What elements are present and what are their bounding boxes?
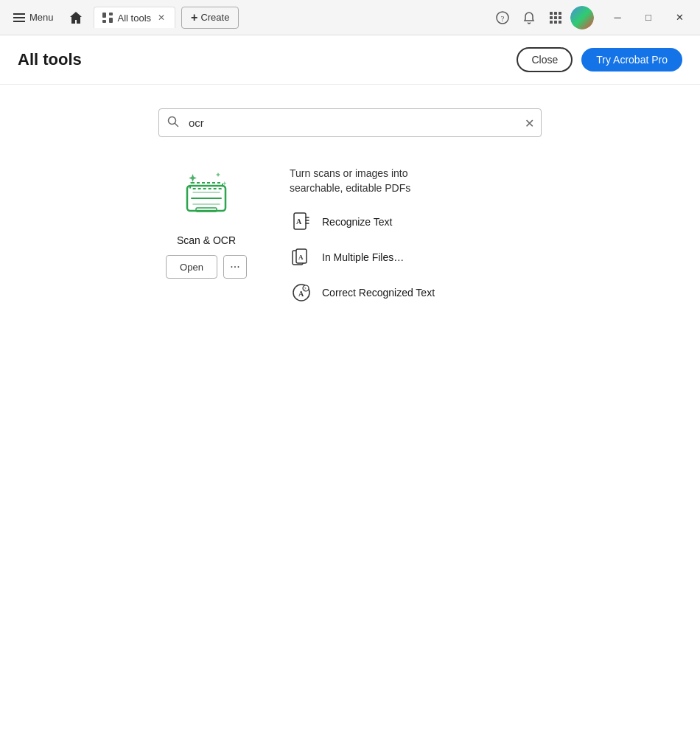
in-multiple-files-icon: A: [290, 245, 313, 269]
hamburger-icon: [13, 13, 25, 22]
search-icon: [167, 116, 179, 130]
search-input[interactable]: [158, 108, 542, 137]
recognize-text-label: Recognize Text: [322, 216, 392, 228]
tool-details: Turn scans or images into searchable, ed…: [290, 167, 542, 304]
plus-icon: +: [191, 11, 197, 24]
scan-ocr-tool-card: Scan & OCR Open ···: [158, 167, 254, 279]
scan-ocr-icon: [177, 167, 236, 226]
page-header: All tools Close Try Acrobat Pro: [0, 35, 700, 85]
tools-tab-icon: [102, 12, 113, 24]
close-button[interactable]: Close: [517, 47, 573, 72]
svg-rect-7: [554, 12, 557, 15]
apps-button[interactable]: [544, 6, 567, 29]
svg-rect-22: [196, 208, 217, 212]
svg-line-16: [175, 123, 178, 126]
window-close-button[interactable]: ✕: [665, 6, 694, 29]
svg-rect-9: [550, 16, 553, 19]
try-acrobat-pro-button[interactable]: Try Acrobat Pro: [581, 48, 682, 71]
svg-rect-10: [554, 16, 557, 19]
titlebar: Menu All tools ✕ + Create ?: [0, 0, 700, 35]
svg-rect-3: [109, 18, 113, 23]
svg-text:A: A: [296, 217, 302, 226]
open-tool-button[interactable]: Open: [166, 255, 217, 279]
ellipsis-icon: ···: [230, 260, 239, 273]
home-icon: [69, 10, 83, 25]
svg-rect-2: [102, 20, 106, 23]
clear-search-button[interactable]: ✕: [525, 116, 534, 130]
avatar: [570, 6, 594, 29]
list-item[interactable]: A ? Correct Recognized Text: [290, 281, 542, 304]
maximize-button[interactable]: □: [634, 6, 663, 29]
svg-rect-8: [559, 12, 561, 15]
svg-rect-13: [554, 21, 557, 24]
recognize-text-icon: A: [290, 210, 313, 234]
home-button[interactable]: [64, 6, 88, 29]
tool-description: Turn scans or images into searchable, ed…: [290, 167, 542, 195]
header-actions: Close Try Acrobat Pro: [517, 47, 682, 72]
result-area: Scan & OCR Open ··· Turn scans or images…: [158, 167, 542, 304]
svg-rect-12: [550, 21, 553, 24]
tool-buttons: Open ···: [166, 255, 247, 279]
tab-label: All tools: [118, 13, 152, 24]
main-content: ✕: [0, 85, 700, 328]
tab-close-button[interactable]: ✕: [155, 12, 167, 24]
svg-rect-14: [559, 21, 561, 24]
apps-icon: [549, 11, 562, 24]
page-title: All tools: [18, 50, 82, 69]
help-button[interactable]: ?: [491, 6, 514, 29]
help-icon: ?: [496, 11, 509, 24]
in-multiple-files-label: In Multiple Files…: [322, 251, 404, 263]
svg-text:?: ?: [501, 14, 505, 23]
bell-icon: [522, 11, 536, 24]
window-controls: ─ □ ✕: [603, 6, 694, 29]
tool-name: Scan & OCR: [177, 234, 236, 246]
more-options-button[interactable]: ···: [223, 255, 247, 279]
search-container: ✕: [158, 108, 542, 137]
titlebar-actions: ?: [491, 6, 594, 29]
action-list: A Recognize Text A In: [290, 210, 542, 304]
svg-text:?: ?: [304, 286, 307, 292]
svg-rect-6: [550, 12, 553, 15]
menu-label: Menu: [29, 12, 54, 23]
all-tools-tab[interactable]: All tools ✕: [94, 7, 176, 28]
list-item[interactable]: A In Multiple Files…: [290, 245, 542, 269]
create-label: Create: [200, 12, 229, 23]
svg-text:A: A: [298, 254, 304, 261]
svg-rect-1: [109, 13, 113, 15]
menu-button[interactable]: Menu: [6, 7, 61, 27]
svg-rect-0: [102, 13, 106, 18]
list-item[interactable]: A Recognize Text: [290, 210, 542, 234]
correct-recognized-text-label: Correct Recognized Text: [322, 287, 435, 299]
correct-recognized-text-icon: A ?: [290, 281, 313, 304]
notifications-button[interactable]: [517, 6, 541, 29]
avatar-button[interactable]: [570, 6, 594, 29]
svg-rect-11: [559, 16, 561, 19]
create-button[interactable]: + Create: [181, 7, 239, 29]
minimize-button[interactable]: ─: [603, 6, 632, 29]
